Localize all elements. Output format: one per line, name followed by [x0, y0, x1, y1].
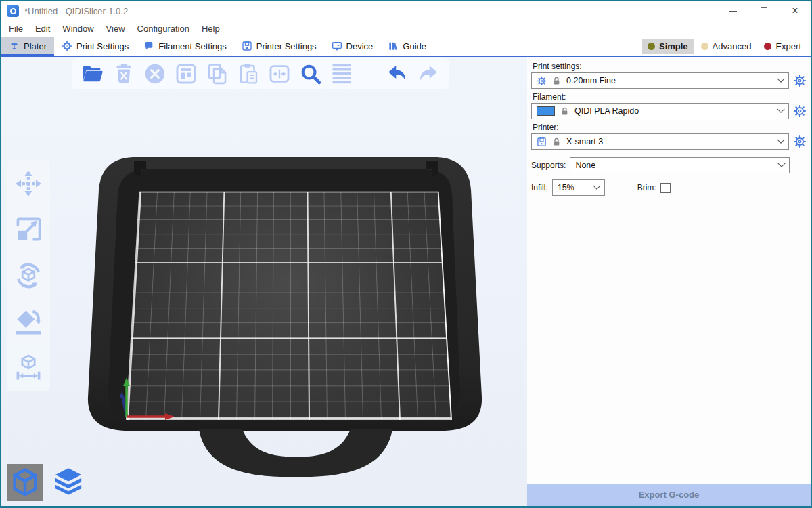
- paste-icon: [237, 62, 260, 85]
- supports-label: Supports:: [531, 161, 566, 170]
- mode-expert[interactable]: Expert: [759, 39, 807, 54]
- tab-print-settings[interactable]: Print Settings: [54, 37, 136, 56]
- tab-device[interactable]: Device: [324, 37, 381, 56]
- 3d-viewport[interactable]: [1, 57, 527, 506]
- filament-select[interactable]: QIDI PLA Rapido: [531, 103, 789, 119]
- scale-button[interactable]: [13, 214, 44, 245]
- undo-button[interactable]: [384, 62, 409, 87]
- filament-gear-button[interactable]: [792, 104, 807, 119]
- infill-value: 15%: [558, 183, 574, 192]
- paste-button[interactable]: [235, 62, 261, 87]
- app-window: *Untitled - QIDISlicer-1.0.2 × File Edit…: [0, 0, 812, 508]
- printer-gear-button[interactable]: [792, 135, 807, 149]
- supports-select[interactable]: None: [570, 157, 790, 173]
- brim-checkbox[interactable]: [660, 183, 671, 193]
- tab-printer-settings[interactable]: Printer Settings: [234, 37, 324, 56]
- filament-color-swatch: [537, 106, 555, 116]
- print-settings-select[interactable]: 0.20mm Fine: [531, 72, 789, 89]
- delete-button[interactable]: [111, 62, 136, 87]
- maximize-button[interactable]: [748, 1, 780, 20]
- open-folder-icon: [81, 62, 104, 85]
- 3d-editor-view-button[interactable]: [7, 464, 43, 501]
- tab-label: Filament Settings: [158, 41, 226, 51]
- gear-icon: [62, 41, 72, 51]
- plater-toolbar: [72, 58, 449, 89]
- copy-button[interactable]: [204, 62, 229, 87]
- menu-file[interactable]: File: [3, 24, 29, 34]
- printer-icon: [242, 41, 252, 51]
- tab-guide[interactable]: Guide: [380, 37, 434, 56]
- print-settings-value: 0.20mm Fine: [566, 76, 616, 85]
- delete-all-icon: [143, 62, 166, 85]
- open-button[interactable]: [80, 62, 105, 87]
- fill-bed-button[interactable]: [267, 62, 292, 87]
- search-button[interactable]: [298, 62, 323, 87]
- menu-configuration[interactable]: Configuration: [131, 24, 196, 34]
- tabbar: Plater Print Settings Filament Settings …: [1, 37, 811, 57]
- lock-icon: [551, 137, 562, 147]
- scale-icon: [14, 215, 43, 245]
- printer-label: Printer:: [533, 123, 807, 132]
- menu-help[interactable]: Help: [196, 24, 226, 34]
- printer-icon: [537, 137, 547, 147]
- variable-layer-height-icon: [330, 62, 353, 85]
- expert-mode-dot-icon: [764, 43, 771, 50]
- minimize-button[interactable]: [717, 1, 748, 20]
- chevron-down-icon: [777, 160, 785, 167]
- maximize-icon: [761, 7, 767, 14]
- infill-select[interactable]: 15%: [552, 179, 605, 196]
- close-button[interactable]: ×: [780, 1, 811, 20]
- export-gcode-button[interactable]: Export G-code: [527, 484, 811, 506]
- tab-label: Plater: [24, 41, 47, 51]
- variable-layer-height-button[interactable]: [329, 62, 354, 87]
- mode-label: Simple: [659, 41, 688, 51]
- delete-trash-icon: [112, 62, 135, 85]
- move-icon: [14, 169, 43, 198]
- sidebar: Print settings: 0.20mm Fine Filament: QI…: [527, 57, 811, 506]
- gear-icon: [793, 104, 807, 118]
- menu-edit[interactable]: Edit: [29, 24, 56, 34]
- origin-axes-icon: [118, 374, 179, 423]
- view-switcher: [7, 464, 87, 501]
- layers-view-icon: [53, 467, 84, 498]
- delete-all-button[interactable]: [142, 62, 167, 87]
- infill-label: Infill:: [531, 183, 548, 192]
- menu-window[interactable]: Window: [56, 24, 99, 34]
- filament-label: Filament:: [533, 92, 807, 102]
- preview-layers-button[interactable]: [50, 464, 87, 501]
- place-on-face-button[interactable]: [13, 306, 44, 337]
- filament-icon: [143, 41, 154, 51]
- tab-filament-settings[interactable]: Filament Settings: [136, 37, 233, 56]
- printer-select[interactable]: X-smart 3: [531, 133, 789, 150]
- redo-icon: [417, 62, 440, 85]
- place-on-face-icon: [14, 307, 43, 337]
- rotate-button[interactable]: [13, 260, 44, 291]
- print-settings-gear-button[interactable]: [792, 74, 807, 88]
- tab-label: Print Settings: [76, 41, 129, 51]
- mode-selector: Simple Advanced Expert: [642, 37, 811, 56]
- measure-icon: [14, 353, 43, 383]
- chevron-down-icon: [593, 182, 600, 190]
- lock-icon: [551, 76, 562, 86]
- mode-simple[interactable]: Simple: [642, 39, 694, 54]
- redo-button[interactable]: [415, 62, 441, 87]
- tab-label: Device: [346, 41, 374, 51]
- guide-icon: [388, 41, 399, 51]
- close-icon: ×: [792, 5, 798, 16]
- mode-advanced[interactable]: Advanced: [696, 39, 757, 54]
- advanced-mode-dot-icon: [701, 43, 708, 50]
- move-button[interactable]: [13, 168, 44, 199]
- device-icon: [332, 41, 342, 51]
- gizmo-toolbar: [7, 160, 50, 391]
- minimize-icon: [729, 11, 737, 12]
- measure-button[interactable]: [13, 352, 44, 383]
- arrange-button[interactable]: [173, 62, 198, 87]
- copy-icon: [206, 62, 229, 85]
- chevron-down-icon: [777, 106, 784, 113]
- undo-icon: [386, 62, 409, 85]
- filament-value: QIDI PLA Rapido: [574, 106, 639, 116]
- printer-value: X-smart 3: [566, 137, 603, 146]
- tab-plater[interactable]: Plater: [1, 37, 54, 56]
- print-settings-label: Print settings:: [533, 62, 807, 71]
- menu-view[interactable]: View: [100, 24, 131, 34]
